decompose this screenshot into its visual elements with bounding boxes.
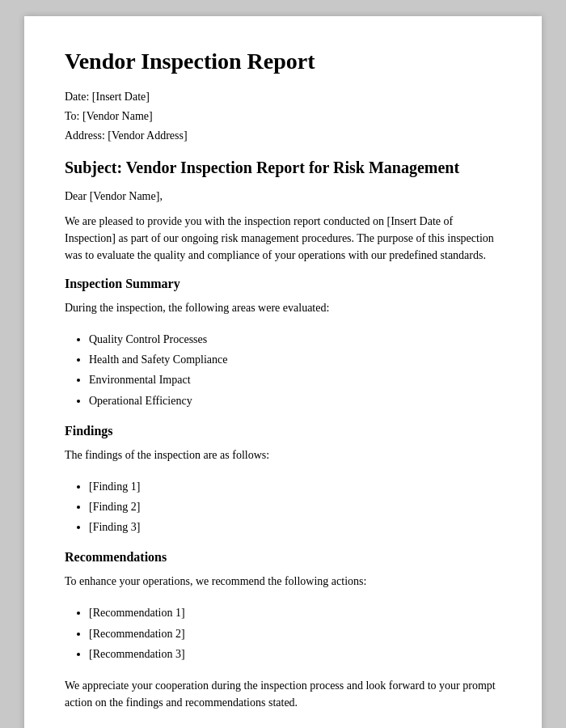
to-line: To: [Vendor Name] bbox=[65, 110, 501, 123]
findings-heading: Findings bbox=[65, 424, 501, 438]
date-line: Date: [Insert Date] bbox=[65, 91, 501, 104]
list-item: Quality Control Processes bbox=[89, 329, 501, 349]
inspection-summary-intro: During the inspection, the following are… bbox=[65, 299, 501, 316]
list-item: [Finding 1] bbox=[89, 476, 501, 497]
list-item: Health and Safety Compliance bbox=[89, 349, 501, 370]
inspection-areas-list: Quality Control Processes Health and Saf… bbox=[89, 329, 501, 411]
list-item: [Recommendation 2] bbox=[89, 624, 501, 644]
closing-paragraph: We appreciate your cooperation during th… bbox=[65, 677, 501, 711]
document-title: Vendor Inspection Report bbox=[65, 49, 501, 74]
recommendations-intro: To enhance your operations, we recommend… bbox=[65, 573, 501, 590]
subject-heading: Subject: Vendor Inspection Report for Ri… bbox=[65, 159, 501, 177]
address-line: Address: [Vendor Address] bbox=[65, 129, 501, 142]
document-container: Vendor Inspection Report Date: [Insert D… bbox=[24, 16, 542, 728]
list-item: Operational Efficiency bbox=[89, 391, 501, 411]
recommendations-heading: Recommendations bbox=[65, 550, 501, 565]
list-item: [Finding 3] bbox=[89, 517, 501, 537]
findings-list: [Finding 1] [Finding 2] [Finding 3] bbox=[89, 476, 501, 538]
list-item: Environmental Impact bbox=[89, 370, 501, 390]
list-item: [Recommendation 1] bbox=[89, 603, 501, 623]
recommendations-list: [Recommendation 1] [Recommendation 2] [R… bbox=[89, 603, 501, 664]
intro-paragraph: We are pleased to provide you with the i… bbox=[65, 213, 501, 264]
salutation: Dear [Vendor Name], bbox=[65, 190, 501, 203]
findings-intro: The findings of the inspection are as fo… bbox=[65, 447, 501, 463]
list-item: [Finding 2] bbox=[89, 497, 501, 517]
inspection-summary-heading: Inspection Summary bbox=[65, 277, 501, 291]
list-item: [Recommendation 3] bbox=[89, 644, 501, 664]
